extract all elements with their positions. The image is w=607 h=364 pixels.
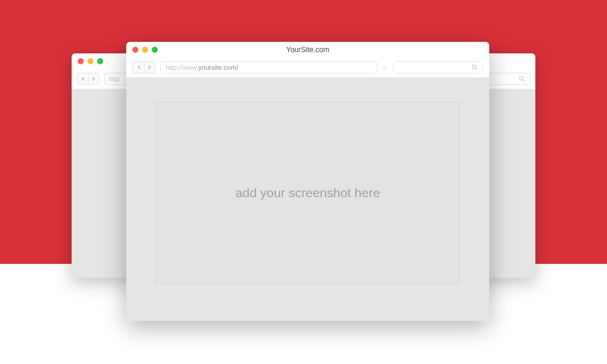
forward-button[interactable] <box>88 73 99 84</box>
nav-buttons <box>132 61 155 73</box>
browser-window-front: YourSite.com http://www.yoursite.com/ ad… <box>126 42 489 321</box>
url-domain: yoursite.com/ <box>198 64 238 71</box>
url-prefix: http://www. <box>166 64 198 71</box>
search-input[interactable] <box>392 61 483 73</box>
close-icon[interactable] <box>132 47 138 53</box>
nav-buttons <box>76 73 100 85</box>
forward-button[interactable] <box>144 62 155 73</box>
minimize-icon[interactable] <box>142 47 148 53</box>
back-button[interactable] <box>77 73 88 84</box>
placeholder-label: add your screenshot here <box>236 186 380 200</box>
maximize-icon[interactable] <box>97 58 103 64</box>
traffic-lights <box>132 47 158 53</box>
minimize-icon[interactable] <box>87 58 93 64</box>
back-button[interactable] <box>133 62 144 73</box>
search-icon <box>472 64 478 70</box>
svg-point-0 <box>520 76 523 80</box>
page-title: YourSite.com <box>287 46 330 54</box>
reader-icon[interactable] <box>382 65 387 70</box>
svg-point-3 <box>472 65 476 69</box>
address-bar[interactable]: http://www.yoursite.com/ <box>160 61 378 73</box>
close-icon[interactable] <box>78 58 84 64</box>
search-input[interactable] <box>488 73 531 85</box>
titlebar: YourSite.com <box>126 42 489 57</box>
maximize-icon[interactable] <box>152 47 158 53</box>
content-area: add your screenshot here <box>126 78 489 321</box>
traffic-lights <box>78 58 103 64</box>
svg-line-4 <box>475 68 477 70</box>
toolbar: http://www.yoursite.com/ <box>126 57 489 78</box>
search-icon <box>519 73 525 84</box>
screenshot-placeholder[interactable]: add your screenshot here <box>155 102 460 284</box>
svg-point-2 <box>384 66 386 68</box>
svg-line-1 <box>523 79 524 81</box>
url-text: http <box>109 75 120 83</box>
